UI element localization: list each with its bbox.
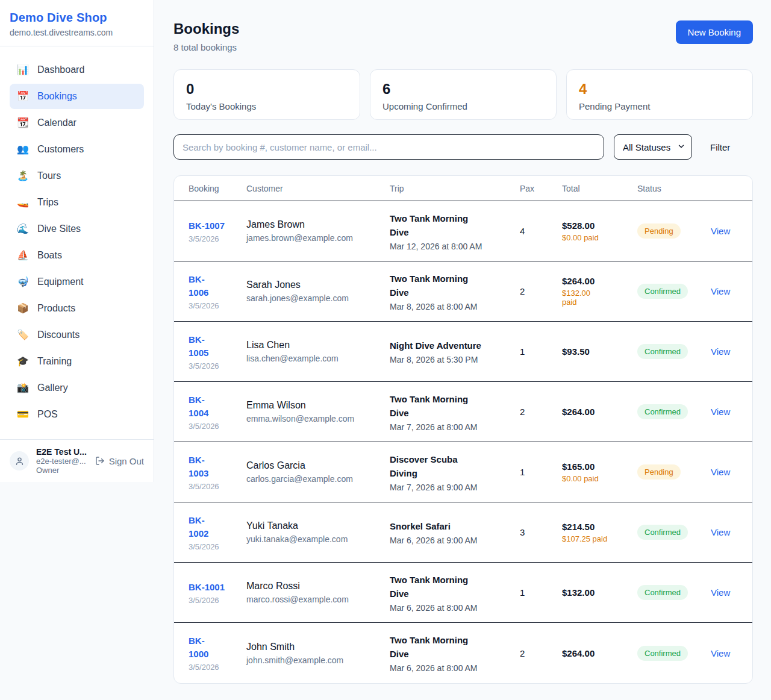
view-link[interactable]: View [711,648,738,658]
sidebar-item-label: Customers [37,143,84,156]
total-cell: $264.00 [562,407,637,417]
new-booking-button[interactable]: New Booking [676,20,753,44]
booking-cell: BK-10063/5/2026 [189,273,246,310]
booking-id-link[interactable]: BK-1001 [189,581,246,594]
sidebar-item-label: Gallery [37,381,68,395]
booking-id-link[interactable]: BK-1005 [189,333,246,360]
sidebar-item-training[interactable]: 🎓Training [10,349,144,374]
sign-out-button[interactable]: Sign Out [95,456,144,466]
sidebar-item-products[interactable]: 📦Products [10,296,144,321]
view-link[interactable]: View [711,407,738,417]
stat-card-pending-payment: 4Pending Payment [566,69,753,120]
column-header-total: Total [562,184,637,193]
booking-id-link[interactable]: BK-1002 [189,514,246,540]
sidebar-item-label: Products [37,302,75,315]
paid-amount: $107.25 paid [562,534,616,543]
search-input[interactable] [173,134,604,160]
pax-value: 4 [520,226,562,236]
sidebar-item-discounts[interactable]: 🏷️Discounts [10,322,144,348]
total-amount: $214.50 [562,522,637,532]
status-cell: Pending [637,223,711,239]
trip-name: Two Tank Morning Dive [390,633,486,661]
user-name: E2E Test U... [36,447,87,457]
sidebar-item-equipment[interactable]: 🤿Equipment [10,269,144,295]
total-cell: $214.50$107.25 paid [562,522,637,543]
status-badge: Pending [637,464,681,480]
booking-date: 3/5/2026 [189,234,246,243]
total-amount: $264.00 [562,276,637,286]
table-row: BK-10063/5/2026Sarah Jonessarah.jones@ex… [174,261,752,322]
package-icon: 📦 [17,302,29,315]
table-body: BK-10073/5/2026James Brownjames.brown@ex… [174,201,752,683]
booking-date: 3/5/2026 [189,663,246,672]
booking-id-link[interactable]: BK-1004 [189,393,246,420]
sidebar-item-boats[interactable]: ⛵Boats [10,243,144,268]
filter-button[interactable]: Filter [702,137,738,157]
customer-name: Carlos Garcia [246,460,390,471]
view-link[interactable]: View [711,467,738,477]
sidebar-item-customers[interactable]: 👥Customers [10,137,144,162]
customer-name: James Brown [246,219,390,230]
booking-date: 3/5/2026 [189,542,246,551]
status-cell: Confirmed [637,404,711,419]
status-badge: Confirmed [637,585,688,600]
view-link[interactable]: View [711,346,738,357]
sidebar-item-trips[interactable]: 🚤Trips [10,190,144,215]
island-icon: 🏝️ [17,169,29,183]
booking-id-link[interactable]: BK-1006 [189,273,246,299]
stat-value: 0 [186,81,348,98]
trip-cell: Two Tank Morning DiveMar 6, 2026 at 8:00… [390,633,520,673]
trip-cell: Two Tank Morning DiveMar 8, 2026 at 8:00… [390,272,520,311]
paid-amount: $0.00 paid [562,233,616,242]
sidebar-item-tours[interactable]: 🏝️Tours [10,163,144,189]
customer-name: Lisa Chen [246,340,390,351]
customer-email: john.smith@example.com [246,655,390,665]
paid-amount: $132.00paid [562,289,616,307]
calendar-icon: 📅 [17,90,29,103]
main-content: Bookings 8 total bookings New Booking 0T… [154,0,771,700]
customer-name: Yuki Tanaka [246,520,390,531]
status-filter-select[interactable]: All Statuses [614,134,692,160]
bar-chart-icon: 📊 [17,63,29,77]
view-link[interactable]: View [711,286,738,296]
view-link[interactable]: View [711,527,738,537]
pax-value: 1 [520,587,562,598]
customer-email: yuki.tanaka@example.com [246,534,390,544]
trip-datetime: Mar 12, 2026 at 8:00 AM [390,242,520,251]
trip-name: Two Tank Morning Dive [390,272,486,299]
customer-cell: Sarah Jonessarah.jones@example.com [246,280,390,303]
customer-name: Sarah Jones [246,280,390,290]
sidebar-item-pos[interactable]: 💳POS [10,402,144,427]
trip-name: Two Tank Morning Dive [390,211,486,239]
status-cell: Confirmed [637,646,711,661]
sidebar-item-dashboard[interactable]: 📊Dashboard [10,57,144,83]
view-link[interactable]: View [711,587,738,598]
page-subtitle: 8 total bookings [173,42,239,52]
sign-out-icon [95,456,105,466]
status-badge: Confirmed [637,404,688,419]
sidebar-item-bookings[interactable]: 📅Bookings [10,84,144,109]
booking-cell: BK-10073/5/2026 [189,219,246,243]
sidebar-item-gallery[interactable]: 📸Gallery [10,375,144,401]
sidebar-item-calendar[interactable]: 📆Calendar [10,110,144,136]
booking-id-link[interactable]: BK-1007 [189,219,246,233]
user-role: Owner [36,466,87,475]
pax-value: 1 [520,467,562,477]
table-row: BK-10053/5/2026Lisa Chenlisa.chen@exampl… [174,322,752,382]
brand-name: Demo Dive Shop [10,11,144,25]
pax-value: 1 [520,346,562,357]
sailboat-icon: ⛵ [17,249,29,262]
trip-name: Night Dive Adventure [390,339,486,352]
customer-cell: John Smithjohn.smith@example.com [246,642,390,665]
tag-icon: 🏷️ [17,328,29,342]
sign-out-label: Sign Out [109,456,144,466]
booking-id-link[interactable]: BK-1000 [189,634,246,661]
booking-date: 3/5/2026 [189,482,246,491]
sidebar-item-dive-sites[interactable]: 🌊Dive Sites [10,216,144,242]
view-link[interactable]: View [711,226,738,236]
camera-icon: 📸 [17,381,29,395]
booking-id-link[interactable]: BK-1003 [189,454,246,480]
total-cell: $528.00$0.00 paid [562,220,637,242]
total-cell: $132.00 [562,587,637,598]
booking-date: 3/5/2026 [189,422,246,431]
